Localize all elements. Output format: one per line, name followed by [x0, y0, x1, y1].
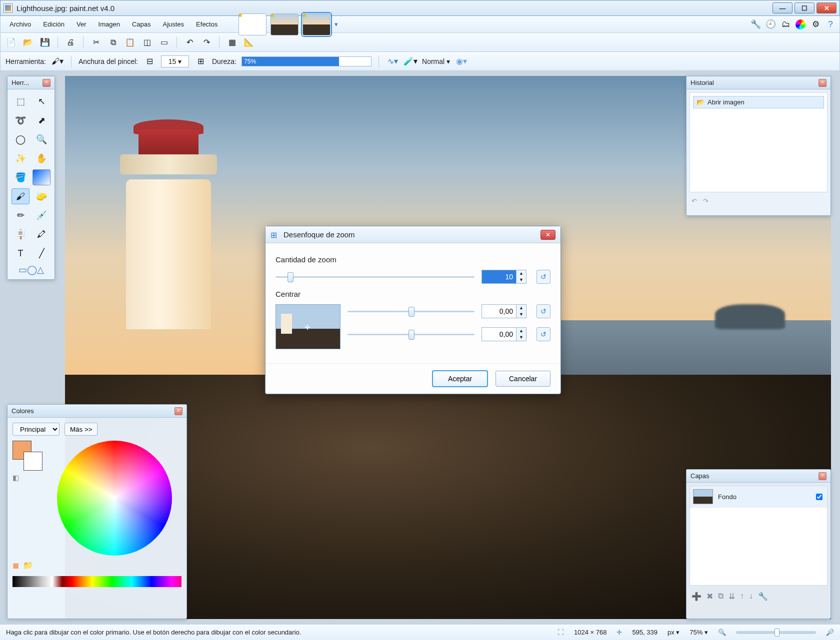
- colors-window-icon[interactable]: [796, 19, 806, 29]
- open-file-icon[interactable]: 📂: [22, 36, 34, 49]
- grid-icon[interactable]: ▦: [226, 36, 238, 49]
- menu-ajustes[interactable]: Ajustes: [156, 17, 190, 31]
- move-tool[interactable]: ↖: [32, 93, 50, 109]
- blend-extra[interactable]: ◉: [455, 55, 468, 68]
- manage-palette-icon[interactable]: 📁: [23, 561, 33, 570]
- colors-panel-close[interactable]: ×: [174, 407, 182, 415]
- text-tool[interactable]: T: [12, 245, 30, 261]
- zoom-value[interactable]: 75%: [690, 629, 708, 636]
- layer-up-icon[interactable]: ↑: [740, 592, 744, 601]
- menu-capas[interactable]: Capas: [126, 17, 157, 31]
- history-window-icon[interactable]: 🕘: [766, 19, 776, 29]
- antialias-toggle[interactable]: ∿: [386, 55, 399, 68]
- move-selection-tool[interactable]: ⬈: [32, 112, 50, 128]
- brush-width-field[interactable]: 15: [161, 55, 189, 67]
- paintbrush-tool[interactable]: 🖌: [12, 188, 30, 204]
- recolor-tool[interactable]: 🖍: [32, 226, 50, 242]
- zoom-in-icon[interactable]: 🔎: [826, 629, 834, 636]
- magic-wand-tool[interactable]: ✨: [12, 150, 30, 166]
- zoom-amount-spinner[interactable]: ▲▼: [516, 270, 526, 284]
- doc-thumb-3[interactable]: ★: [302, 13, 330, 35]
- window-close-button[interactable]: ✕: [816, 2, 836, 13]
- save-file-icon[interactable]: 💾: [38, 36, 52, 49]
- gradient-tool[interactable]: [32, 169, 50, 185]
- blend-mode[interactable]: Normal: [422, 57, 450, 65]
- center-x-input[interactable]: [482, 304, 516, 318]
- center-preview[interactable]: ✛: [276, 304, 340, 349]
- history-panel[interactable]: Historial× 📂Abrir imagen ↶ ↷: [686, 76, 831, 216]
- layers-panel-close[interactable]: ×: [818, 472, 826, 480]
- fill-mode[interactable]: 🧪: [404, 55, 417, 68]
- thumb-dropdown-icon[interactable]: ▾: [334, 20, 338, 28]
- color-swatches[interactable]: [12, 441, 42, 471]
- add-color-icon[interactable]: ◼: [12, 561, 19, 570]
- cut-icon[interactable]: ✂: [90, 36, 102, 49]
- lasso-tool[interactable]: ➰: [12, 112, 30, 128]
- paste-icon[interactable]: 📋: [124, 36, 136, 49]
- shapes-tool[interactable]: ▭◯△: [12, 264, 50, 275]
- dialog-cancel-button[interactable]: Cancelar: [496, 371, 550, 387]
- center-y-input[interactable]: [482, 327, 516, 341]
- bucket-tool[interactable]: 🪣: [12, 169, 30, 185]
- colors-panel[interactable]: Colores× Principal Más >> ◧ ◼ 📁: [7, 404, 187, 619]
- menu-ver[interactable]: Ver: [70, 17, 92, 31]
- eyedropper-tool[interactable]: 💉: [32, 207, 50, 223]
- dialog-close-button[interactable]: ✕: [540, 230, 556, 240]
- color-palette[interactable]: [12, 576, 182, 587]
- pencil-tool[interactable]: ✏: [12, 207, 30, 223]
- zoom-slider[interactable]: [736, 631, 816, 634]
- deselect-icon[interactable]: ▭: [158, 36, 170, 49]
- center-x-spinner[interactable]: ▲▼: [516, 304, 526, 318]
- center-x-reset[interactable]: ↺: [536, 304, 550, 318]
- center-x-slider[interactable]: [348, 306, 474, 317]
- line-tool[interactable]: ╱: [32, 245, 50, 261]
- copy-icon[interactable]: ⧉: [106, 36, 120, 49]
- color-wheel[interactable]: [57, 441, 172, 556]
- history-item[interactable]: 📂Abrir imagen: [693, 96, 824, 108]
- layer-item[interactable]: Fondo: [690, 486, 827, 508]
- unit-selector[interactable]: px: [668, 629, 680, 636]
- zoom-amount-input[interactable]: [482, 270, 516, 284]
- crop-icon[interactable]: ◫: [140, 36, 154, 49]
- dialog-ok-button[interactable]: Aceptar: [432, 371, 488, 387]
- history-redo-icon[interactable]: ↷: [703, 197, 708, 205]
- zoom-amount-reset[interactable]: ↺: [536, 270, 550, 284]
- new-file-icon[interactable]: 📄: [4, 36, 18, 49]
- dialog-title-bar[interactable]: ⊞ Desenfoque de zoom ✕: [266, 226, 560, 243]
- ruler-icon[interactable]: 📐: [242, 36, 256, 49]
- center-y-slider[interactable]: [348, 329, 474, 340]
- help-icon[interactable]: ?: [826, 19, 836, 29]
- print-icon[interactable]: 🖨: [64, 36, 77, 49]
- brush-width-decrease[interactable]: ⊟: [143, 55, 156, 68]
- layer-down-icon[interactable]: ↓: [749, 592, 753, 601]
- zoom-tool[interactable]: 🔍: [32, 131, 50, 147]
- eraser-tool[interactable]: 🧽: [32, 188, 50, 204]
- layers-panel[interactable]: Capas× Fondo ➕ ✖ ⧉ ⇊ ↑ ↓ 🔧: [686, 469, 831, 619]
- history-undo-icon[interactable]: ↶: [692, 197, 697, 205]
- tools-window-icon[interactable]: 🔧: [750, 19, 760, 29]
- menu-archivo[interactable]: Archivo: [4, 17, 37, 31]
- ellipse-select-tool[interactable]: ◯: [12, 131, 30, 147]
- hardness-slider[interactable]: 75%: [242, 56, 372, 66]
- color-mode-select[interactable]: Principal: [12, 423, 60, 436]
- menu-edicion[interactable]: Edición: [37, 17, 70, 31]
- tools-panel-close[interactable]: ×: [42, 79, 50, 87]
- layers-window-icon[interactable]: 🗂: [780, 19, 790, 29]
- clone-tool[interactable]: 🪧: [12, 226, 30, 242]
- center-y-spinner[interactable]: ▲▼: [516, 327, 526, 341]
- layer-props-icon[interactable]: 🔧: [758, 592, 768, 601]
- zoom-amount-slider[interactable]: [276, 271, 474, 282]
- undo-icon[interactable]: ↶: [183, 36, 196, 49]
- center-y-reset[interactable]: ↺: [536, 327, 550, 341]
- minimize-button[interactable]: —: [772, 2, 792, 13]
- zoom-out-icon[interactable]: 🔍: [718, 629, 726, 636]
- pan-tool[interactable]: ✋: [32, 150, 50, 166]
- maximize-button[interactable]: ☐: [794, 2, 814, 13]
- tools-panel[interactable]: Herr...× ⬚ ↖ ➰ ⬈ ◯ 🔍 ✨ ✋ 🪣 🖌 🧽 ✏ 💉 🪧 🖍 T…: [7, 76, 55, 280]
- delete-layer-icon[interactable]: ✖: [706, 592, 713, 601]
- brush-width-increase[interactable]: ⊞: [194, 55, 207, 68]
- merge-layer-icon[interactable]: ⇊: [728, 592, 735, 601]
- doc-thumb-2[interactable]: ★: [270, 13, 298, 35]
- add-layer-icon[interactable]: ➕: [692, 592, 702, 601]
- doc-thumb-1[interactable]: ★: [238, 13, 266, 35]
